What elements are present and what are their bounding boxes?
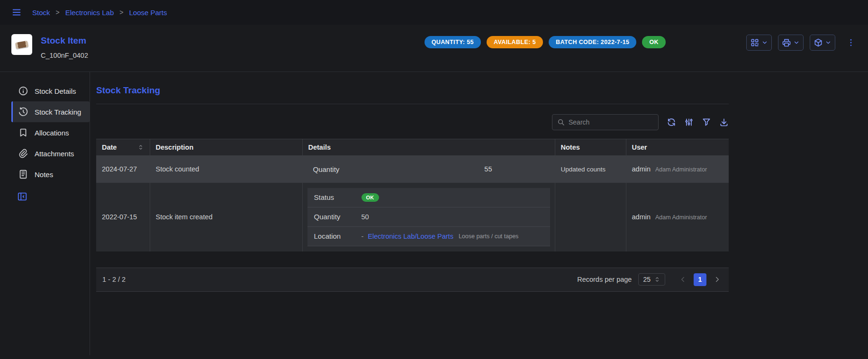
chevron-down-icon xyxy=(793,39,800,46)
more-actions-button[interactable] xyxy=(845,37,857,48)
history-icon xyxy=(18,107,28,117)
sidebar-divider xyxy=(90,72,90,355)
column-header-details: Details xyxy=(302,139,555,156)
sidebar-item-label: Stock Details xyxy=(35,87,76,95)
content: Stock Details Stock Tracking Allocations… xyxy=(0,72,868,355)
record-range: 1 - 2 / 2 xyxy=(102,276,126,283)
barcode-actions-button[interactable] xyxy=(746,35,772,51)
sidebar-item-attachments[interactable]: Attachments xyxy=(11,143,90,164)
next-page-button[interactable] xyxy=(712,274,723,285)
detail-value: 55 xyxy=(484,165,492,173)
printing-actions-button[interactable] xyxy=(778,35,804,51)
refresh-icon xyxy=(667,117,676,127)
printer-icon xyxy=(782,38,791,47)
pagination: 1 xyxy=(678,273,723,286)
detail-quantity: Quantity 55 xyxy=(308,165,549,173)
table-footer: 1 - 2 / 2 Records per page 25 1 xyxy=(96,268,729,291)
row-notes: Updated counts xyxy=(561,166,606,173)
records-per-page-value: 25 xyxy=(643,276,651,283)
breadcrumb-loose-parts[interactable]: Loose Parts xyxy=(129,9,167,17)
sidebar-item-label: Allocations xyxy=(35,129,69,137)
breadcrumb: Stock > Electronics Lab > Loose Parts xyxy=(32,9,167,17)
filter-button[interactable] xyxy=(702,117,711,127)
column-header-date[interactable]: Date xyxy=(96,139,150,156)
sidebar-item-label: Stock Tracking xyxy=(35,108,81,116)
location-description: Loose parts / cut tapes xyxy=(459,233,518,240)
table-toolbar xyxy=(96,114,729,130)
table-row[interactable]: 2022-07-15 Stock item created Status OK … xyxy=(96,183,729,251)
column-header-notes: Notes xyxy=(555,139,626,156)
location-dash: - xyxy=(362,233,364,240)
page-title: Stock Item xyxy=(41,36,88,46)
column-header-user: User xyxy=(626,139,729,156)
search-icon xyxy=(557,118,565,126)
detail-location: Location - Electronics Lab/Loose Parts L… xyxy=(307,227,550,246)
sidebar-item-stock-tracking[interactable]: Stock Tracking xyxy=(11,101,90,122)
selector-icon xyxy=(654,276,660,283)
breadcrumb-electronics-lab[interactable]: Electronics Lab xyxy=(65,9,114,17)
adjustments-icon xyxy=(684,117,694,127)
table-row[interactable]: 2024-07-27 Stock counted Quantity 55 Upd… xyxy=(96,156,729,183)
sidebar-item-label: Attachments xyxy=(35,150,74,158)
sidebar-collapse-icon xyxy=(17,191,27,202)
location-link[interactable]: Electronics Lab/Loose Parts xyxy=(368,233,453,240)
row-user: admin Adam Administrator xyxy=(632,165,723,173)
stock-operations-icon xyxy=(814,38,823,47)
refresh-button[interactable] xyxy=(667,117,676,127)
topbar: Stock > Electronics Lab > Loose Parts xyxy=(0,0,868,25)
stock-item-thumbnail[interactable] xyxy=(11,34,32,55)
hamburger-menu-icon xyxy=(11,7,22,18)
status-ok-badge: OK xyxy=(362,193,379,202)
footer-controls: Records per page 25 1 xyxy=(577,273,723,286)
page-header: Stock Item C_100nF_0402 QUANTITY: 55 AVA… xyxy=(0,25,868,72)
previous-page-button[interactable] xyxy=(678,274,688,285)
info-icon xyxy=(18,86,28,96)
qr-code-icon xyxy=(750,38,760,47)
detail-label: Quantity xyxy=(314,213,362,221)
stock-operations-button[interactable] xyxy=(810,35,835,51)
row-date: 2022-07-15 xyxy=(102,213,137,221)
detail-value: 50 xyxy=(362,213,369,221)
row-date: 2024-07-27 xyxy=(102,165,137,173)
username: admin xyxy=(632,213,651,221)
detail-label: Quantity xyxy=(313,165,340,173)
download-icon xyxy=(719,117,729,127)
row-user: admin Adam Administrator xyxy=(632,213,723,221)
sidebar-item-stock-details[interactable]: Stock Details xyxy=(11,81,90,101)
stock-tracking-table: Date Description Details Notes User xyxy=(96,139,729,292)
status-ok-badge: OK xyxy=(642,36,666,48)
breadcrumb-separator: > xyxy=(119,9,123,16)
app: Stock > Electronics Lab > Loose Parts St… xyxy=(0,0,868,355)
paperclip-icon xyxy=(18,148,28,159)
menu-button[interactable] xyxy=(10,6,23,18)
page-1-button[interactable]: 1 xyxy=(694,273,706,286)
page-subtitle: C_100nF_0402 xyxy=(41,52,88,59)
breadcrumb-stock[interactable]: Stock xyxy=(32,9,50,17)
table-header-row: Date Description Details Notes User xyxy=(96,139,729,156)
search-input[interactable] xyxy=(569,118,654,126)
sidebar-item-notes[interactable]: Notes xyxy=(11,164,90,185)
sidebar-item-label: Notes xyxy=(35,171,53,179)
user-full-name: Adam Administrator xyxy=(655,166,707,173)
table-settings-button[interactable] xyxy=(684,117,694,127)
detail-status: Status OK xyxy=(307,188,550,207)
sidebar-item-allocations[interactable]: Allocations xyxy=(11,122,90,143)
chevron-down-icon xyxy=(761,39,768,46)
bookmark-icon xyxy=(18,127,28,138)
download-button[interactable] xyxy=(719,117,729,127)
user-full-name: Adam Administrator xyxy=(655,214,707,221)
header-actions xyxy=(746,34,857,51)
username: admin xyxy=(632,165,651,173)
chevron-down-icon xyxy=(825,39,832,46)
capacitor-image xyxy=(15,40,28,48)
status-badges: QUANTITY: 55 AVAILABLE: 5 BATCH CODE: 20… xyxy=(425,34,666,48)
search-box xyxy=(552,114,659,130)
detail-label: Status xyxy=(314,193,362,201)
note-icon xyxy=(18,169,28,180)
sidebar-collapse-button[interactable] xyxy=(11,187,90,206)
detail-label: Location xyxy=(314,232,362,240)
quantity-badge: QUANTITY: 55 xyxy=(425,36,481,48)
filter-icon xyxy=(702,117,711,127)
column-header-description: Description xyxy=(150,139,302,156)
records-per-page-select[interactable]: 25 xyxy=(638,273,665,286)
